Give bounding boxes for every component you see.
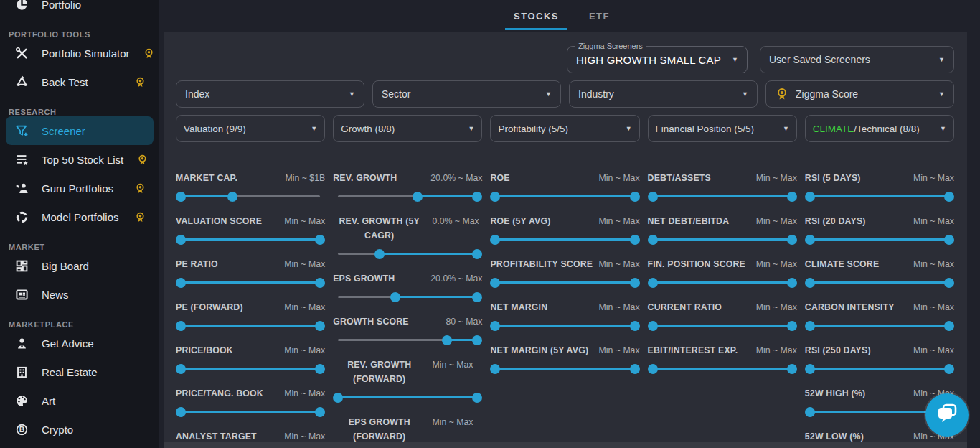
slider-handle-min[interactable] (490, 192, 500, 202)
climate-technical-8-8-select[interactable]: CLIMATE/Technical (8/8)▼ (805, 115, 954, 142)
slider-handle-max[interactable] (227, 192, 237, 202)
ziggma-screeners-select[interactable]: Ziggma Screeners HIGH GROWTH SMALL CAP ▼ (567, 46, 748, 73)
slider-handle-min[interactable] (176, 364, 186, 374)
slider-handle-min[interactable] (490, 278, 500, 288)
slider-handle-min[interactable] (648, 235, 658, 245)
slider-handle-min[interactable] (805, 192, 815, 202)
range-slider[interactable] (333, 185, 482, 208)
sidebar-item-model-portfolios[interactable]: Model Portfolios (6, 202, 154, 231)
range-slider[interactable] (805, 228, 954, 251)
range-slider[interactable] (176, 228, 325, 251)
slider-handle-max[interactable] (315, 278, 325, 288)
range-slider[interactable] (805, 314, 954, 337)
slider-handle-min[interactable] (805, 235, 815, 245)
slider-handle-max[interactable] (787, 364, 797, 374)
slider-handle-min[interactable] (413, 192, 423, 202)
index-select[interactable]: Index▼ (176, 80, 364, 108)
slider-handle-max[interactable] (315, 407, 325, 417)
slider-handle-min[interactable] (490, 235, 500, 245)
slider-handle-min[interactable] (176, 407, 186, 417)
range-slider[interactable] (333, 386, 482, 409)
slider-handle-max[interactable] (315, 235, 325, 245)
slider-handle-max[interactable] (630, 235, 640, 245)
range-slider[interactable] (333, 286, 482, 309)
sidebar-item-top-50-stock-list[interactable]: Top 50 Stock List (6, 145, 154, 174)
slider-handle-max[interactable] (472, 335, 482, 345)
range-slider[interactable] (648, 358, 797, 381)
slider-handle-max[interactable] (630, 364, 640, 374)
range-slider[interactable] (490, 271, 639, 294)
range-slider[interactable] (648, 314, 797, 337)
slider-handle-max[interactable] (787, 192, 797, 202)
slider-handle-max[interactable] (315, 321, 325, 331)
slider-handle-max[interactable] (787, 278, 797, 288)
range-slider[interactable] (648, 185, 797, 208)
sidebar-item-news[interactable]: News (6, 280, 154, 309)
slider-handle-max[interactable] (472, 292, 482, 302)
valuation-9-9-select[interactable]: Valuation (9/9)▼ (176, 115, 325, 142)
range-slider[interactable] (176, 358, 325, 381)
slider-handle-max[interactable] (472, 393, 482, 403)
slider-handle-min[interactable] (648, 278, 658, 288)
slider-handle-min[interactable] (176, 235, 186, 245)
slider-handle-min[interactable] (442, 335, 452, 345)
sidebar-item-guru-portfolios[interactable]: Guru Portfolios (6, 174, 154, 202)
slider-handle-max[interactable] (944, 321, 954, 331)
financial-position-5-5-select[interactable]: Financial Position (5/5)▼ (648, 115, 797, 142)
slider-handle-min[interactable] (805, 364, 815, 374)
ziggma-score-select[interactable]: Ziggma Score▼ (765, 80, 954, 108)
slider-handle-max[interactable] (944, 192, 954, 202)
range-slider[interactable] (490, 185, 639, 208)
sidebar-item-back-test[interactable]: Back Test (6, 67, 154, 96)
growth-8-8-select[interactable]: Growth (8/8)▼ (333, 115, 482, 142)
sector-select[interactable]: Sector▼ (372, 80, 561, 108)
slider-handle-max[interactable] (944, 278, 954, 288)
slider-handle-min[interactable] (648, 364, 658, 374)
slider-handle-max[interactable] (944, 235, 954, 245)
slider-handle-min[interactable] (176, 278, 186, 288)
slider-handle-max[interactable] (787, 235, 797, 245)
sidebar-item-screener[interactable]: Screener (6, 116, 154, 145)
slider-handle-max[interactable] (787, 321, 797, 331)
range-slider[interactable] (176, 185, 325, 208)
slider-handle-min[interactable] (648, 321, 658, 331)
slider-handle-min[interactable] (805, 278, 815, 288)
slider-handle-max[interactable] (472, 192, 482, 202)
slider-handle-min[interactable] (805, 407, 815, 417)
slider-handle-max[interactable] (630, 192, 640, 202)
slider-handle-min[interactable] (374, 249, 385, 259)
range-slider[interactable] (490, 314, 639, 337)
slider-handle-min[interactable] (390, 292, 400, 302)
range-slider[interactable] (490, 228, 639, 251)
tab-etf[interactable]: ETF (580, 2, 618, 30)
user-saved-screeners-select[interactable]: User Saved Screeners ▼ (760, 46, 954, 73)
horizontal-scrollbar[interactable] (164, 442, 967, 448)
tab-stocks[interactable]: STOCKS (505, 2, 567, 30)
sidebar-item-portfolio-simulator[interactable]: Portfolio Simulator (6, 39, 154, 67)
sidebar-item-crypto[interactable]: BCrypto (6, 415, 154, 444)
slider-handle-max[interactable] (630, 278, 640, 288)
profitability-5-5-select[interactable]: Profitability (5/5)▼ (490, 115, 639, 142)
range-slider[interactable] (805, 185, 954, 208)
range-slider[interactable] (805, 271, 954, 294)
slider-handle-min[interactable] (176, 321, 186, 331)
sidebar-item-get-advice[interactable]: Get Advice (6, 329, 154, 358)
sidebar-item-big-board[interactable]: Big Board (6, 251, 154, 280)
slider-handle-min[interactable] (490, 321, 500, 331)
slider-handle-min[interactable] (333, 393, 343, 403)
range-slider[interactable] (176, 314, 325, 337)
slider-handle-max[interactable] (472, 249, 482, 259)
slider-handle-max[interactable] (630, 321, 640, 331)
sidebar-item-portfolio[interactable]: Portfolio (6, 0, 154, 19)
chat-widget-button[interactable] (925, 393, 969, 437)
slider-handle-max[interactable] (315, 364, 325, 374)
range-slider[interactable] (176, 401, 325, 424)
range-slider[interactable] (333, 329, 482, 352)
slider-handle-min[interactable] (176, 192, 186, 202)
sidebar-item-art[interactable]: Art (6, 386, 154, 415)
slider-handle-max[interactable] (944, 364, 954, 374)
range-slider[interactable] (648, 228, 797, 251)
range-slider[interactable] (805, 358, 954, 381)
sidebar-item-real-estate[interactable]: Real Estate (6, 358, 154, 386)
range-slider[interactable] (176, 271, 325, 294)
